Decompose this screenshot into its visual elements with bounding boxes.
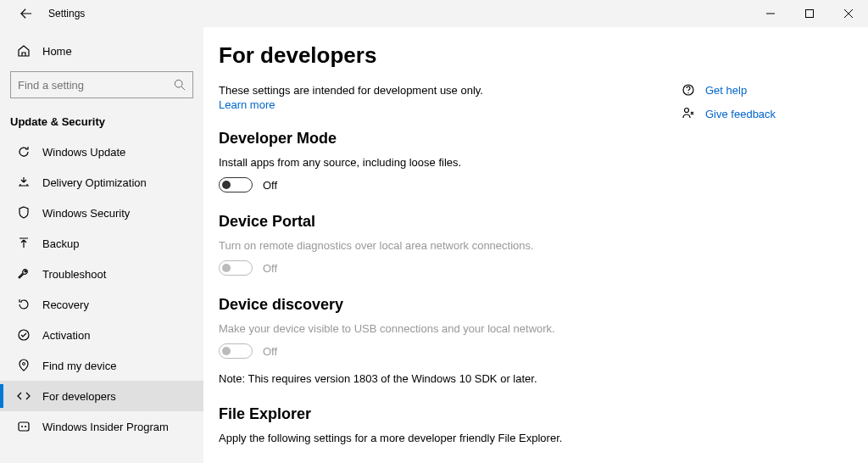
sidebar-item-label: Activation [42,329,90,342]
feedback-icon [682,107,695,120]
close-button[interactable] [829,0,868,27]
svg-point-2 [19,330,29,340]
sidebar-item-delivery-optimization[interactable]: Delivery Optimization [0,167,203,198]
give-feedback-link[interactable]: Give feedback [682,107,834,120]
svg-point-6 [25,426,26,427]
shield-icon [17,206,31,220]
sidebar-item-label: Troubleshoot [42,268,106,281]
window-title: Settings [48,8,85,20]
get-help-label: Get help [705,84,747,97]
main-content: For developers These settings are intend… [203,27,868,463]
toggle-device-portal[interactable] [219,260,253,276]
sidebar-item-troubleshoot[interactable]: Troubleshoot [0,259,203,289]
check-circle-icon [17,328,31,342]
sidebar-item-label: Windows Security [42,207,130,220]
minimize-icon [766,9,775,18]
svg-point-5 [21,426,23,427]
sidebar-item-label: Windows Insider Program [42,421,169,433]
toggle-state-device-discovery: Off [263,345,277,358]
learn-more-link[interactable]: Learn more [219,98,275,111]
sidebar-item-label: Find my device [42,360,116,372]
sidebar-group-header: Update & Security [0,110,203,137]
section-title-device-portal: Device Portal [219,213,834,231]
close-icon [844,9,853,18]
search-input[interactable] [18,79,174,92]
toggle-device-discovery[interactable] [219,343,253,359]
svg-point-1 [175,80,182,87]
section-title-file-explorer: File Explorer [219,405,834,423]
toggle-state-developer-mode: Off [263,179,277,192]
recovery-icon [17,298,31,311]
maximize-button[interactable] [790,0,829,27]
give-feedback-label: Give feedback [705,108,776,120]
sidebar-home-label: Home [42,45,72,58]
get-help-link[interactable]: Get help [682,83,834,97]
svg-rect-4 [19,422,29,431]
sidebar-item-windows-security[interactable]: Windows Security [0,198,203,228]
section-title-device-discovery: Device discovery [219,296,834,314]
sidebar-item-windows-update[interactable]: Windows Update [0,137,203,167]
sidebar-item-find-my-device[interactable]: Find my device [0,350,203,381]
svg-point-9 [685,109,689,113]
backup-icon [17,237,31,250]
sidebar: Home Update & Security Windows Update De… [0,27,203,463]
sidebar-item-recovery[interactable]: Recovery [0,289,203,320]
title-bar: Settings [0,0,868,27]
section-desc-device-portal: Turn on remote diagnostics over local ar… [219,239,834,252]
code-icon [17,389,31,403]
sidebar-item-for-developers[interactable]: For developers [0,381,203,411]
search-icon [174,79,186,91]
search-box[interactable] [10,71,193,98]
minimize-button[interactable] [751,0,790,27]
page-title: For developers [219,42,834,69]
wrench-icon [17,267,31,281]
section-title-developer-mode: Developer Mode [219,130,834,148]
sidebar-item-label: Backup [42,237,79,250]
location-icon [17,359,31,372]
sidebar-item-windows-insider[interactable]: Windows Insider Program [0,411,203,442]
svg-point-8 [687,92,688,93]
sidebar-home[interactable]: Home [0,37,203,64]
maximize-icon [805,9,814,18]
discovery-note: Note: This requires version 1803 of the … [219,372,834,385]
toggle-state-device-portal: Off [263,262,277,275]
svg-rect-0 [806,10,814,18]
arrow-left-icon [20,8,32,20]
section-desc-file-explorer: Apply the following settings for a more … [219,432,834,444]
help-panel: Get help Give feedback [682,83,834,131]
home-icon [17,44,31,58]
sidebar-item-label: Delivery Optimization [42,176,147,189]
toggle-developer-mode[interactable] [219,177,253,192]
section-desc-device-discovery: Make your device visible to USB connecti… [219,322,834,335]
help-icon [682,83,695,97]
section-desc-developer-mode: Install apps from any source, including … [219,156,834,169]
window-controls [751,0,868,27]
insider-icon [17,420,31,433]
sidebar-item-backup[interactable]: Backup [0,228,203,259]
svg-point-3 [23,363,25,365]
delivery-icon [17,176,31,189]
sidebar-item-activation[interactable]: Activation [0,320,203,350]
sidebar-item-label: For developers [42,390,116,403]
sidebar-item-label: Recovery [42,298,89,311]
back-button[interactable] [18,5,35,22]
sidebar-item-label: Windows Update [42,146,125,159]
sync-icon [17,145,31,159]
